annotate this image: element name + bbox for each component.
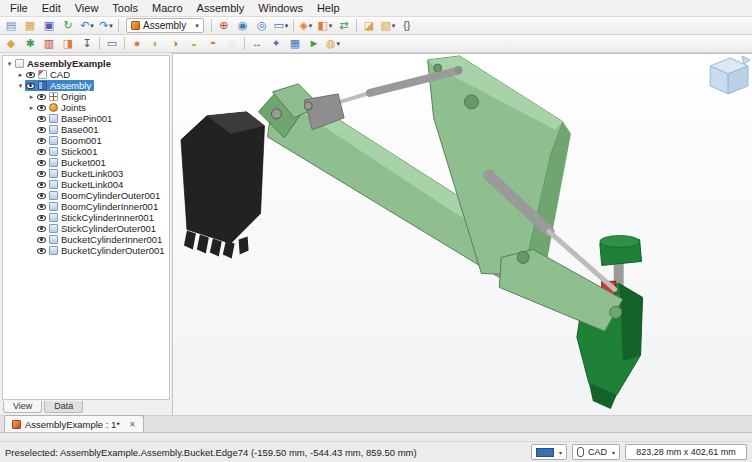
toggle-grounded-button[interactable]: ↧ — [78, 36, 96, 52]
workbench-selector[interactable]: Assembly ▾ — [126, 18, 204, 33]
create-group-button[interactable]: ▧ ▾ — [379, 18, 397, 34]
create-part-button[interactable]: ◪ — [360, 18, 378, 34]
measure-button[interactable]: ↔ — [248, 36, 266, 52]
tree-item-bucketcylinderinner001[interactable]: BucketCylinderInner001 — [3, 234, 169, 245]
more-joints-button[interactable]: ◍ ▾ — [324, 36, 342, 52]
tree-item-content[interactable]: Assembly — [25, 80, 94, 91]
navigation-cube[interactable] — [710, 56, 750, 94]
visibility-eye-icon[interactable] — [37, 204, 46, 210]
tree-item-content[interactable]: BoomCylinderOuter001 — [36, 190, 163, 201]
nav-cube-corner[interactable] — [742, 56, 750, 64]
tree-item-content[interactable]: Base001 — [36, 124, 102, 135]
menu-windows[interactable]: Windows — [251, 1, 310, 16]
3d-viewport[interactable] — [173, 53, 752, 415]
bucket-part[interactable] — [181, 112, 265, 259]
panel-tab-data[interactable]: Data — [44, 401, 83, 413]
solve-assembly-button[interactable]: ✱ — [21, 36, 39, 52]
visibility-eye-icon[interactable] — [37, 149, 46, 155]
joint-revolute-button[interactable]: ◐ — [147, 36, 165, 52]
tree-item-bucketlink003[interactable]: BucketLink003 — [3, 168, 169, 179]
tree-item-stickcylinderinner001[interactable]: StickCylinderInner001 — [3, 212, 169, 223]
menu-macro[interactable]: Macro — [145, 1, 190, 16]
tree-item-bucketlink004[interactable]: BucketLink004 — [3, 179, 169, 190]
tree-item-content[interactable]: Origin — [36, 91, 89, 102]
new-part-button[interactable]: ◨ — [59, 36, 77, 52]
undo-button[interactable]: ↶ ▾ — [78, 18, 96, 34]
tree-item-boom001[interactable]: Boom001 — [3, 135, 169, 146]
open-document-button[interactable]: ▦ — [21, 18, 39, 34]
menu-view[interactable]: View — [68, 1, 106, 16]
tree-item-content[interactable]: StickCylinderInner001 — [36, 212, 157, 223]
tree-item-boomcylinderinner001[interactable]: BoomCylinderInner001 — [3, 201, 169, 212]
visibility-eye-icon[interactable] — [37, 182, 46, 188]
visibility-eye-icon[interactable] — [37, 105, 46, 111]
bill-of-materials-button[interactable]: ▦ — [286, 36, 304, 52]
tree-item-stick001[interactable]: Stick001 — [3, 146, 169, 157]
tree-expander-icon[interactable]: ▸ — [16, 71, 25, 79]
tree-expander-icon[interactable]: ▸ — [27, 93, 36, 101]
tree-item-assemblyexample[interactable]: ▾ AssemblyExample — [3, 58, 169, 69]
tree-item-content[interactable]: Stick001 — [36, 146, 100, 157]
save-document-button[interactable]: ▣ — [40, 18, 58, 34]
visibility-eye-icon[interactable] — [37, 248, 46, 254]
named-views-button[interactable]: ◧ ▾ — [316, 18, 334, 34]
exploded-view-button[interactable]: ✦ — [267, 36, 285, 52]
visibility-eye-icon[interactable] — [26, 83, 35, 89]
panel-tab-view[interactable]: View — [3, 401, 42, 413]
menu-assembly[interactable]: Assembly — [190, 1, 252, 16]
create-assembly-button[interactable]: ◆ — [2, 36, 20, 52]
menu-tools[interactable]: Tools — [105, 1, 145, 16]
menu-help[interactable]: Help — [310, 1, 347, 16]
new-document-button[interactable]: ▤ — [2, 18, 20, 34]
tree-expander-icon[interactable]: ▾ — [16, 82, 25, 90]
fit-all-button[interactable]: ⊕ — [215, 18, 233, 34]
tree-item-content[interactable]: StickCylinderOuter001 — [36, 223, 159, 234]
tree-item-cad[interactable]: ▸ CAD — [3, 69, 169, 80]
expression-editor-button[interactable]: {} — [398, 18, 416, 34]
tree-item-bucket001[interactable]: Bucket001 — [3, 157, 169, 168]
tree-item-joints[interactable]: ▸ Joints — [3, 102, 169, 113]
tree-item-content[interactable]: BucketCylinderOuter001 — [36, 245, 168, 256]
joint-slider-button[interactable]: ◒ — [185, 36, 203, 52]
tree-item-base001[interactable]: Base001 — [3, 124, 169, 135]
visibility-eye-icon[interactable] — [26, 72, 35, 78]
simulation-button[interactable]: ► — [305, 36, 323, 52]
visibility-eye-icon[interactable] — [37, 193, 46, 199]
render-style-button[interactable]: ▭ — [103, 36, 121, 52]
tree-item-content[interactable]: BasePin001 — [36, 113, 115, 124]
fit-selection-button[interactable]: ◉ — [234, 18, 252, 34]
axonometric-view-button[interactable]: ◈ ▾ — [297, 18, 315, 34]
visibility-eye-icon[interactable] — [37, 94, 46, 100]
tree-item-content[interactable]: BoomCylinderInner001 — [36, 201, 161, 212]
tree-expander-icon[interactable]: ▾ — [5, 60, 14, 68]
tree-item-content[interactable]: Boom001 — [36, 135, 105, 146]
tree-item-content[interactable]: BucketLink003 — [36, 168, 126, 179]
menu-edit[interactable]: Edit — [35, 1, 68, 16]
draw-style-combo[interactable]: ▾ — [531, 444, 567, 460]
tree-item-content[interactable]: CAD — [25, 69, 73, 80]
tree-item-basepin001[interactable]: BasePin001 — [3, 113, 169, 124]
refresh-button[interactable]: ↻ — [59, 18, 77, 34]
tree-item-bucketcylinderouter001[interactable]: BucketCylinderOuter001 — [3, 245, 169, 256]
joint-distance-button[interactable]: ◌ — [223, 36, 241, 52]
redo-button[interactable]: ↷ ▾ — [97, 18, 115, 34]
visibility-eye-icon[interactable] — [37, 138, 46, 144]
tree-item-stickcylinderouter001[interactable]: StickCylinderOuter001 — [3, 223, 169, 234]
joint-cylindrical-button[interactable]: ◑ — [166, 36, 184, 52]
tree-item-content[interactable]: BucketCylinderInner001 — [36, 234, 165, 245]
tree-item-content[interactable]: Joints — [36, 102, 89, 113]
visibility-eye-icon[interactable] — [37, 215, 46, 221]
menu-file[interactable]: File — [3, 1, 35, 16]
tree-item-origin[interactable]: ▸ Origin — [3, 91, 169, 102]
visibility-eye-icon[interactable] — [37, 116, 46, 122]
joint-fixed-button[interactable]: ● — [128, 36, 146, 52]
tree-item-content[interactable]: BucketLink004 — [36, 179, 126, 190]
draw-style-button[interactable]: ▭ ▾ — [272, 18, 290, 34]
visibility-eye-icon[interactable] — [37, 171, 46, 177]
document-tab-assemblyexample[interactable]: AssemblyExample : 1* ✕ — [4, 415, 144, 432]
visibility-eye-icon[interactable] — [37, 127, 46, 133]
visibility-eye-icon[interactable] — [37, 237, 46, 243]
visibility-eye-icon[interactable] — [37, 160, 46, 166]
tree-item-content[interactable]: Bucket001 — [36, 157, 109, 168]
insert-component-button[interactable]: ▥ — [40, 36, 58, 52]
